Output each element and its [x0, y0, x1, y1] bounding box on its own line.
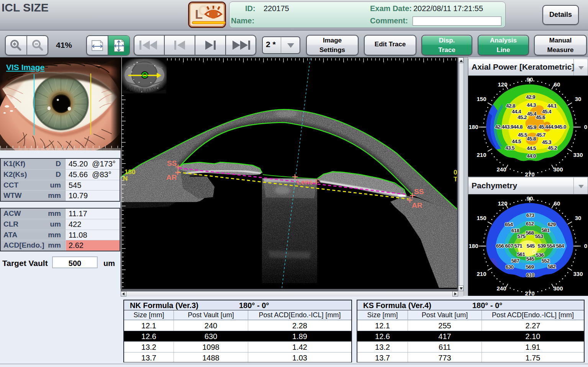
svg-text:45.2: 45.2	[518, 114, 527, 120]
svg-text:30: 30	[575, 215, 581, 221]
svg-text:45.4: 45.4	[542, 109, 552, 114]
svg-text:552: 552	[542, 258, 550, 264]
svg-text:240: 240	[496, 285, 506, 292]
svg-text:42.8: 42.8	[506, 103, 516, 109]
svg-text:536: 536	[536, 252, 544, 258]
svg-text:45.9: 45.9	[527, 124, 536, 130]
svg-text:180: 180	[468, 243, 478, 249]
svg-text:553: 553	[535, 233, 544, 239]
svg-text:150: 150	[477, 96, 486, 102]
svg-text:545: 545	[527, 243, 535, 249]
svg-text:575: 575	[518, 233, 526, 239]
svg-text:210: 210	[477, 271, 486, 277]
svg-text:0: 0	[584, 124, 587, 130]
svg-text:569: 569	[526, 264, 534, 270]
svg-text:42.9: 42.9	[526, 94, 535, 100]
svg-text:210: 210	[477, 152, 486, 158]
svg-text:120: 120	[498, 200, 507, 207]
svg-text:587: 587	[511, 258, 519, 264]
svg-text:90: 90	[527, 195, 533, 202]
svg-text:44.3: 44.3	[527, 102, 536, 108]
svg-text:629: 629	[548, 222, 556, 227]
svg-text:90: 90	[527, 76, 533, 83]
svg-text:44.4: 44.4	[512, 109, 521, 114]
svg-text:45.3: 45.3	[542, 139, 552, 145]
svg-text:30: 30	[575, 96, 581, 102]
svg-text:45.444.945.0: 45.444.945.0	[539, 124, 566, 130]
svg-text:568: 568	[526, 230, 534, 236]
svg-text:270: 270	[525, 171, 534, 177]
svg-text:618: 618	[511, 228, 520, 233]
svg-text:60: 60	[554, 200, 560, 207]
svg-text:300: 300	[553, 285, 563, 292]
svg-text:654: 654	[505, 222, 513, 227]
svg-text:330: 330	[573, 152, 583, 158]
svg-text:44.5: 44.5	[512, 139, 521, 144]
svg-text:44.5: 44.5	[527, 145, 536, 151]
svg-text:43.5: 43.5	[505, 145, 515, 151]
svg-text:180: 180	[468, 124, 478, 130]
svg-text:45.8: 45.8	[527, 136, 536, 142]
svg-text:612: 612	[526, 221, 534, 227]
svg-text:45.6: 45.6	[536, 114, 545, 120]
svg-text:539 554 584: 539 554 584	[538, 243, 565, 249]
svg-text:45.4: 45.4	[527, 111, 537, 117]
svg-text:630: 630	[506, 264, 514, 270]
svg-text:150: 150	[477, 215, 486, 221]
svg-text:270: 270	[525, 290, 534, 296]
svg-text:44.1: 44.1	[547, 103, 557, 109]
svg-text:L: L	[195, 7, 203, 21]
svg-text:0: 0	[584, 243, 587, 249]
svg-text:45.7: 45.7	[536, 132, 545, 138]
svg-text:656 607 571: 656 607 571	[496, 243, 523, 249]
svg-text:582: 582	[548, 264, 556, 269]
svg-text:561: 561	[517, 251, 526, 257]
svg-text:300: 300	[553, 166, 563, 173]
svg-text:45.2: 45.2	[548, 145, 557, 151]
svg-text:120: 120	[498, 81, 507, 88]
svg-text:240: 240	[496, 166, 506, 173]
svg-text:330: 330	[573, 271, 583, 277]
svg-text:42.443.944.8: 42.443.944.8	[495, 124, 523, 130]
svg-text:581: 581	[542, 227, 550, 233]
svg-text:44.0: 44.0	[527, 153, 536, 159]
svg-text:60: 60	[554, 81, 560, 88]
svg-text:545: 545	[526, 256, 535, 262]
svg-text:45.5: 45.5	[518, 132, 527, 138]
svg-text:673: 673	[526, 212, 535, 218]
svg-text:610: 610	[526, 272, 534, 278]
